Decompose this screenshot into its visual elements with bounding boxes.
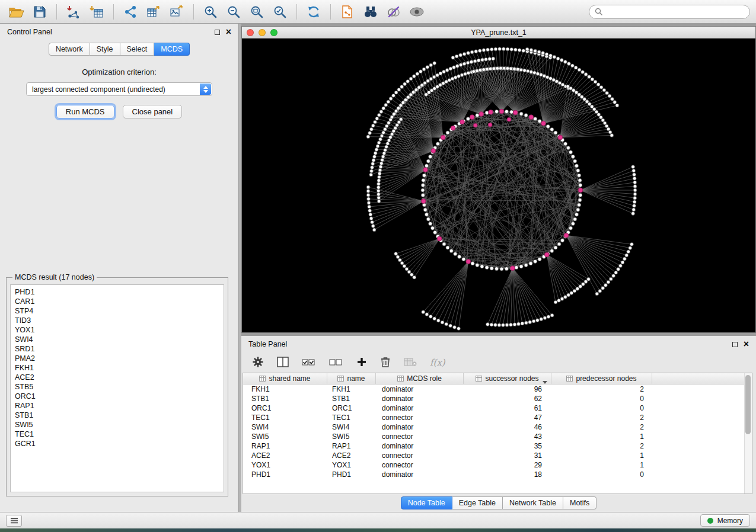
network-node[interactable] (371, 124, 375, 127)
network-node[interactable] (594, 80, 597, 84)
network-node[interactable] (492, 57, 495, 60)
network-node[interactable] (509, 323, 513, 326)
mcds-hub-node[interactable] (541, 121, 546, 126)
network-node[interactable] (553, 55, 556, 59)
network-node[interactable] (472, 70, 476, 73)
network-node[interactable] (446, 246, 449, 249)
network-node[interactable] (462, 52, 466, 56)
network-node[interactable] (541, 52, 545, 55)
network-node[interactable] (371, 166, 374, 169)
network-node[interactable] (414, 88, 418, 92)
network-node[interactable] (554, 246, 557, 249)
network-node[interactable] (394, 252, 398, 255)
network-node[interactable] (575, 164, 578, 168)
network-node[interactable] (486, 48, 490, 52)
table-row[interactable]: ORC1ORC1dominator610 (243, 403, 752, 413)
network-node[interactable] (368, 205, 371, 209)
network-node[interactable] (633, 185, 637, 188)
network-canvas[interactable] (242, 39, 755, 332)
network-node[interactable] (519, 112, 523, 116)
run-mcds-button[interactable]: Run MCDS (56, 105, 114, 118)
network-node[interactable] (513, 323, 516, 326)
table-row[interactable]: ACE2ACE2connector311 (243, 451, 752, 460)
mcds-result-item[interactable]: STB1 (15, 411, 224, 420)
network-node[interactable] (412, 75, 416, 78)
network-node[interactable] (625, 254, 629, 257)
network-node[interactable] (426, 79, 430, 83)
network-node[interactable] (421, 184, 425, 187)
network-node[interactable] (366, 193, 370, 197)
network-node[interactable] (573, 217, 577, 221)
mcds-hub-node[interactable] (529, 115, 534, 120)
network-node[interactable] (486, 323, 490, 326)
network-node[interactable] (532, 319, 535, 323)
export-network-button[interactable] (120, 2, 141, 21)
network-node[interactable] (393, 113, 396, 116)
network-node[interactable] (474, 50, 478, 53)
network-node[interactable] (451, 56, 455, 59)
network-node[interactable] (429, 63, 433, 67)
float-panel-icon[interactable] (215, 30, 220, 35)
network-node[interactable] (372, 159, 375, 162)
mcds-hub-node[interactable] (421, 199, 426, 204)
deselect-all-columns-button[interactable] (329, 357, 343, 369)
network-node[interactable] (459, 53, 462, 57)
mcds-hub-node[interactable] (564, 233, 569, 238)
network-node[interactable] (601, 286, 605, 290)
network-node[interactable] (422, 68, 426, 71)
network-node[interactable] (627, 250, 630, 254)
network-node[interactable] (413, 275, 416, 279)
network-node[interactable] (389, 97, 393, 101)
network-node[interactable] (378, 175, 381, 179)
float-panel-icon[interactable] (732, 342, 738, 347)
network-node[interactable] (631, 212, 635, 216)
network-node[interactable] (550, 313, 554, 317)
network-node[interactable] (576, 169, 580, 172)
zoom-in-button[interactable] (200, 2, 221, 21)
mcds-hub-node[interactable] (451, 126, 455, 130)
network-node[interactable] (514, 48, 518, 52)
search-input[interactable] (606, 8, 744, 16)
mcds-hub-node[interactable] (479, 112, 484, 117)
column-header-successor-nodes[interactable]: successor nodes (464, 373, 551, 384)
network-node[interactable] (387, 121, 391, 125)
network-node[interactable] (458, 255, 461, 258)
network-node[interactable] (442, 242, 446, 246)
network-node[interactable] (394, 110, 398, 113)
network-node[interactable] (449, 67, 452, 70)
network-node[interactable] (632, 208, 636, 211)
network-node[interactable] (588, 75, 591, 79)
network-node[interactable] (506, 67, 509, 70)
network-node[interactable] (584, 280, 588, 284)
network-node[interactable] (505, 110, 508, 113)
network-node[interactable] (377, 185, 380, 189)
network-node[interactable] (613, 101, 617, 104)
network-node[interactable] (528, 321, 532, 324)
network-node[interactable] (400, 261, 404, 265)
mcds-result-item[interactable]: CAR1 (15, 297, 224, 306)
network-node[interactable] (536, 72, 540, 76)
network-node[interactable] (579, 285, 582, 289)
network-node[interactable] (449, 249, 453, 252)
apply-layout-button[interactable] (303, 2, 324, 21)
network-node[interactable] (381, 155, 385, 159)
network-node[interactable] (387, 139, 391, 142)
network-node[interactable] (540, 73, 543, 76)
network-node[interactable] (384, 127, 387, 131)
network-node[interactable] (481, 58, 484, 62)
network-node[interactable] (466, 117, 470, 121)
mcds-hub-node[interactable] (489, 110, 493, 114)
network-node[interactable] (397, 88, 401, 91)
network-node[interactable] (452, 66, 456, 69)
network-node[interactable] (368, 209, 372, 213)
network-node[interactable] (538, 257, 541, 261)
network-node[interactable] (524, 321, 528, 325)
network-node[interactable] (518, 49, 521, 52)
network-node[interactable] (615, 104, 619, 107)
network-node[interactable] (564, 60, 567, 64)
network-node[interactable] (554, 131, 557, 134)
network-node[interactable] (377, 196, 381, 200)
network-node[interactable] (502, 47, 506, 51)
network-node[interactable] (495, 110, 499, 113)
network-node[interactable] (425, 213, 428, 216)
